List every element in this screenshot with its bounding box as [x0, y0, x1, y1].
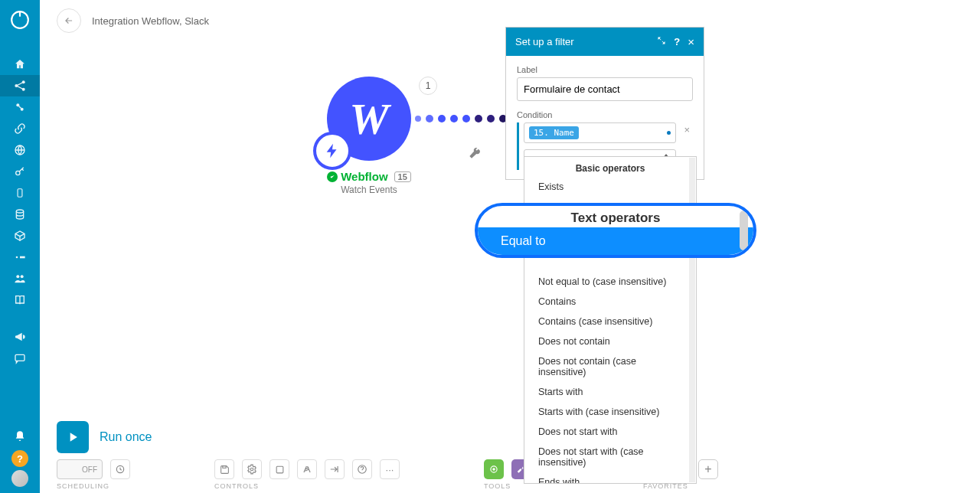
run-button[interactable]	[57, 421, 89, 453]
run-label: Run once	[100, 430, 152, 444]
node-title: Webflow 15	[327, 170, 411, 183]
auto-align-button[interactable]	[297, 459, 317, 479]
nav-keys[interactable]	[0, 161, 40, 182]
connection-path	[415, 115, 507, 122]
nav-datastores[interactable]	[0, 225, 40, 246]
dropdown-item[interactable]: Starts with	[524, 382, 696, 402]
dropdown-item[interactable]: Contains (case insensitive)	[524, 312, 696, 331]
svg-point-20	[492, 468, 495, 471]
panel-title: Set up a filter	[515, 36, 574, 47]
dropdown-item[interactable]: Contains	[524, 292, 696, 312]
settings-button[interactable]	[242, 459, 262, 479]
webflow-icon[interactable]: W	[327, 77, 411, 161]
svg-rect-1	[19, 11, 21, 17]
add-favorite-button[interactable]: +	[698, 459, 718, 479]
nav-team[interactable]	[0, 268, 40, 289]
controls-group: ··· CONTROLS	[214, 459, 400, 490]
instant-trigger-icon	[313, 132, 351, 170]
node-id-badge: 15	[394, 171, 411, 182]
nav-connections[interactable]	[0, 118, 40, 139]
nav-docs[interactable]	[0, 289, 40, 311]
svg-rect-9	[18, 189, 22, 198]
help-icon[interactable]: ?	[674, 36, 680, 47]
condition-value-input[interactable]: 15. Name	[524, 122, 676, 143]
schedule-settings-button[interactable]	[110, 459, 130, 479]
highlight-callout: Text operators Equal to	[475, 203, 756, 258]
nav-comments[interactable]	[0, 348, 40, 369]
svg-rect-14	[15, 354, 24, 361]
nav-templates[interactable]	[0, 96, 40, 118]
condition-label: Condition	[517, 110, 693, 119]
panel-header: Set up a filter ? ×	[506, 28, 704, 56]
dropdown-item[interactable]: Does not contain (case insensitive)	[524, 351, 696, 382]
remove-condition-icon[interactable]: ×	[681, 122, 693, 137]
dropdown-item[interactable]: Does not contain	[524, 331, 696, 351]
nav-integrations[interactable]	[0, 75, 40, 96]
explain-flow-button[interactable]	[325, 459, 345, 479]
callout-scrollbar[interactable]	[740, 211, 748, 250]
help-button[interactable]	[352, 459, 372, 479]
sidebar: ?	[0, 0, 40, 493]
svg-point-11	[16, 256, 18, 259]
notes-button[interactable]	[270, 459, 289, 479]
mapped-value-tag[interactable]: 15. Name	[529, 126, 579, 139]
dropdown-item[interactable]: Not equal to (case insensitive)	[524, 272, 696, 292]
nav-webhooks[interactable]	[0, 139, 40, 161]
dropdown-group-basic: Basic operators	[524, 157, 696, 177]
logo[interactable]	[0, 0, 40, 40]
help-button[interactable]: ?	[11, 450, 28, 467]
svg-point-12	[16, 275, 19, 278]
dropdown-item[interactable]: Ends with	[524, 472, 696, 484]
dropdown-item[interactable]: Exists	[524, 177, 696, 197]
node-webflow[interactable]: 1 W Webflow 15 Watch Events	[327, 77, 411, 195]
nav-more[interactable]	[0, 246, 40, 268]
dropdown-item[interactable]: Does not start with (case insensitive)	[524, 442, 696, 472]
configure-route-icon[interactable]	[469, 147, 481, 162]
label-input[interactable]	[517, 77, 693, 101]
back-button[interactable]	[57, 8, 81, 33]
scheduling-group: OFF SCHEDULING	[57, 459, 130, 490]
svg-point-13	[21, 275, 24, 278]
node-subtitle: Watch Events	[327, 184, 411, 195]
svg-rect-16	[222, 465, 225, 468]
svg-point-8	[16, 171, 20, 175]
svg-point-10	[16, 210, 23, 213]
more-button[interactable]: ···	[380, 459, 400, 479]
save-button[interactable]	[214, 459, 234, 479]
callout-selected-item[interactable]: Equal to	[478, 227, 753, 255]
user-avatar[interactable]	[11, 470, 28, 487]
nav-announce[interactable]	[0, 326, 40, 348]
dropdown-item[interactable]: Starts with (case insensitive)	[524, 402, 696, 422]
expand-icon[interactable]	[657, 36, 666, 47]
scheduling-toggle[interactable]: OFF	[57, 459, 103, 479]
label-field-label: Label	[517, 65, 693, 74]
node-run-count-bubble[interactable]: 1	[419, 77, 437, 95]
nav-devices[interactable]	[0, 182, 40, 204]
bottom-toolbar: Run once OFF SCHEDULING ··· CONTROLS	[40, 416, 980, 493]
callout-group-label: Text operators	[478, 206, 753, 227]
svg-rect-18	[276, 466, 283, 473]
nav-home[interactable]	[0, 54, 40, 75]
breadcrumb: Integration Webflow, Slack	[92, 15, 209, 27]
close-icon[interactable]: ×	[688, 35, 694, 48]
svg-point-17	[250, 468, 253, 471]
dropdown-item[interactable]: Does not start with	[524, 422, 696, 442]
nav-data[interactable]	[0, 204, 40, 225]
status-ok-icon	[327, 171, 338, 182]
tool-flow-button[interactable]	[484, 459, 504, 479]
nav-notifications[interactable]	[0, 426, 40, 447]
